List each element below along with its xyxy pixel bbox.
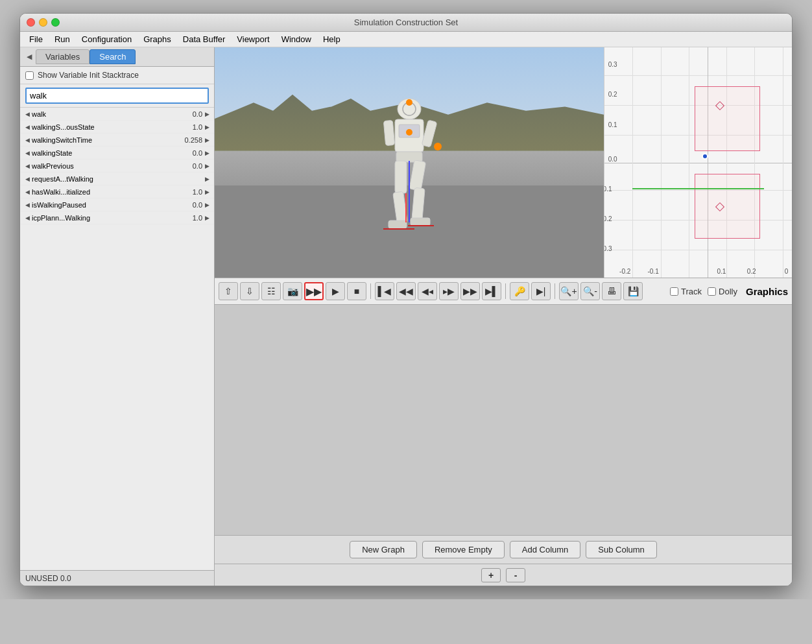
var-name: isWalkingPaused [32, 201, 176, 209]
list-item[interactable]: ◀ walkingState 0.0 ▶ [20, 147, 214, 160]
toolbar-btn-next[interactable]: ▸▶ [439, 282, 459, 300]
var-next-btn[interactable]: ▶ [202, 174, 211, 184]
menu-help[interactable]: Help [318, 33, 346, 45]
toolbar-btn-end[interactable]: ▶▌ [482, 282, 501, 300]
menu-graphs[interactable]: Graphs [138, 33, 176, 45]
menu-databuffer[interactable]: Data Buffer [178, 33, 231, 45]
minus-button[interactable]: - [506, 568, 525, 582]
search-input[interactable] [25, 88, 209, 104]
toolbar-btn-camera[interactable]: 📷 [283, 282, 302, 300]
chart-label-x3: 0.1 [717, 268, 726, 275]
var-value: 1.0 [176, 188, 202, 196]
toolbar-btn-export[interactable]: 💾 [623, 282, 643, 300]
var-prev-btn[interactable]: ◀ [23, 213, 32, 222]
plus-button[interactable]: + [481, 568, 501, 582]
toolbar-btn-next-end[interactable]: ▶▶ [460, 282, 480, 300]
var-next-btn[interactable]: ▶ [202, 149, 211, 158]
svg-point-2 [406, 99, 412, 106]
var-name: walkingSwitchTime [32, 136, 176, 144]
panel-tabs: ◀ Variables Search [20, 47, 214, 67]
list-item[interactable]: ◀ hasWalki...itialized 1.0 ▶ [20, 185, 214, 198]
var-next-btn[interactable]: ▶ [202, 123, 211, 132]
viewport[interactable] [215, 47, 604, 278]
menu-configuration[interactable]: Configuration [77, 33, 137, 45]
var-next-btn[interactable]: ▶ [202, 187, 211, 197]
svg-point-8 [434, 143, 442, 150]
toolbar-btn-print[interactable]: 🖶 [602, 282, 621, 300]
var-value: 1.0 [176, 123, 202, 131]
var-value: 0.0 [176, 110, 202, 118]
toolbar-btn-play[interactable]: ▶ [326, 282, 345, 300]
menubar: File Run Configuration Graphs Data Buffe… [20, 32, 792, 47]
var-next-btn[interactable]: ▶ [202, 110, 211, 119]
back-button[interactable]: ◀ [23, 51, 36, 64]
var-next-btn[interactable]: ▶ [202, 213, 211, 222]
mini-chart: 0.3 0.2 0.1 0.0 -0.1 -0.2 -0.3 -0.2 -0.1… [604, 47, 792, 278]
list-item[interactable]: ◀ walk 0.0 ▶ [20, 108, 214, 121]
remove-empty-button[interactable]: Remove Empty [422, 541, 505, 558]
toolbar-btn-upload[interactable]: ⇧ [219, 282, 238, 300]
var-name: walk [32, 110, 176, 118]
chart-label-y2: 0.2 [608, 91, 617, 98]
titlebar: Simulation Construction Set [20, 14, 792, 32]
var-prev-btn[interactable]: ◀ [23, 110, 32, 119]
toolbar-btn-download[interactable]: ⇩ [240, 282, 259, 300]
new-graph-button[interactable]: New Graph [350, 541, 417, 558]
var-value: 1.0 [176, 214, 202, 222]
var-next-btn[interactable]: ▶ [202, 136, 211, 145]
sub-column-button[interactable]: Sub Column [586, 541, 657, 558]
dolly-group: Dolly [708, 287, 737, 296]
panel-status: UNUSED 0.0 [20, 570, 214, 586]
toolbar-btn-zoom-in[interactable]: 🔍+ [559, 282, 579, 300]
var-prev-btn[interactable]: ◀ [23, 161, 32, 171]
toolbar-btn-rewind[interactable]: ▶| [531, 282, 551, 300]
top-row: 0.3 0.2 0.1 0.0 -0.1 -0.2 -0.3 -0.2 -0.1… [215, 47, 792, 278]
menu-file[interactable]: File [24, 33, 48, 45]
var-next-btn[interactable]: ▶ [202, 161, 211, 171]
var-prev-btn[interactable]: ◀ [23, 149, 32, 158]
list-item[interactable]: ◀ requestA...tWalking ▶ [20, 173, 214, 185]
tab-variables[interactable]: Variables [36, 49, 90, 64]
list-item[interactable]: ◀ isWalkingPaused 0.0 ▶ [20, 198, 214, 211]
maximize-button[interactable] [51, 18, 60, 27]
add-column-button[interactable]: Add Column [510, 541, 581, 558]
list-item[interactable]: ◀ walkingS...ousState 1.0 ▶ [20, 121, 214, 134]
list-item[interactable]: ◀ walkingSwitchTime 0.258 ▶ [20, 134, 214, 147]
search-input-wrapper [20, 84, 214, 108]
stacktrace-checkbox[interactable] [25, 71, 34, 80]
toolbar-btn-zoom-out[interactable]: 🔍- [580, 282, 600, 300]
tab-search[interactable]: Search [90, 49, 136, 64]
stacktrace-label: Show Variable Init Stacktrace [38, 71, 139, 80]
menu-run[interactable]: Run [49, 33, 75, 45]
toolbar-btn-prev-end[interactable]: ◀◀ [396, 282, 416, 300]
chart-label-x2: -0.1 [647, 268, 658, 275]
green-line [632, 188, 763, 189]
graph-area: New Graph Remove Empty Add Column Sub Co… [215, 305, 792, 586]
menu-window[interactable]: Window [276, 33, 316, 45]
list-item[interactable]: ◀ icpPlann...Walking 1.0 ▶ [20, 211, 214, 224]
chart-label-y7: -0.3 [604, 245, 612, 252]
toolbar-btn-key[interactable]: 🔑 [510, 282, 529, 300]
toolbar-btn-stop[interactable]: ■ [347, 282, 366, 300]
toolbar-btn-grid[interactable]: ☷ [261, 282, 281, 300]
list-item[interactable]: ◀ walkPrevious 0.0 ▶ [20, 160, 214, 173]
toolbar-btn-prev[interactable]: ◀◂ [418, 282, 437, 300]
toolbar: ⇧ ⇩ ☷ 📷 ▶▶ ▶ ■ ▌◀ ◀◀ ◀◂ ▸▶ ▶▶ ▶▌ 🔑 ▶| 🔍+… [215, 278, 792, 305]
track-checkbox[interactable] [670, 287, 678, 296]
close-button[interactable] [27, 18, 35, 27]
menu-viewport[interactable]: Viewport [232, 33, 274, 45]
graph-canvas [215, 305, 792, 535]
var-next-btn[interactable]: ▶ [202, 200, 211, 209]
var-prev-btn[interactable]: ◀ [23, 200, 32, 209]
var-prev-btn[interactable]: ◀ [23, 174, 32, 184]
var-prev-btn[interactable]: ◀ [23, 123, 32, 132]
toolbar-btn-play-active[interactable]: ▶▶ [304, 282, 324, 300]
var-name: walkingS...ousState [32, 123, 176, 131]
graphics-label: Graphics [746, 286, 788, 297]
var-prev-btn[interactable]: ◀ [23, 187, 32, 197]
var-prev-btn[interactable]: ◀ [23, 136, 32, 145]
toolbar-btn-begin[interactable]: ▌◀ [375, 282, 394, 300]
svg-rect-10 [395, 161, 407, 193]
minimize-button[interactable] [39, 18, 47, 27]
dolly-checkbox[interactable] [708, 287, 716, 296]
